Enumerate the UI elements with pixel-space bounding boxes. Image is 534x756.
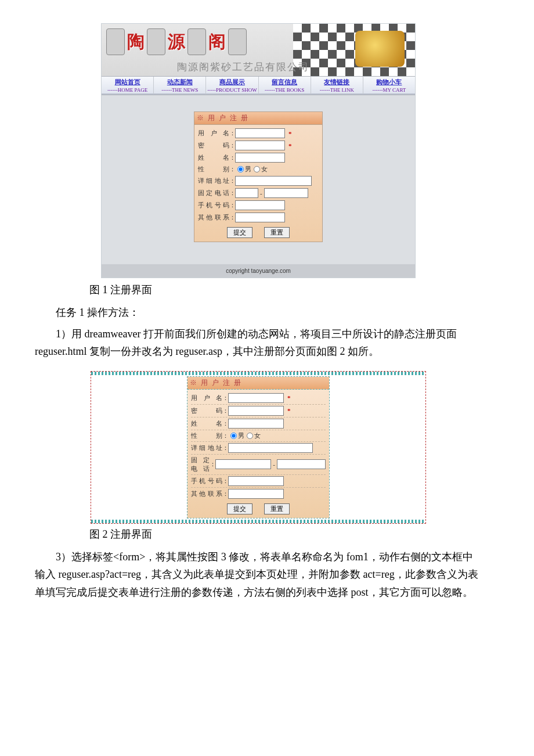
submit-button[interactable]: 提交 — [227, 503, 252, 514]
nav-news[interactable]: 动态新闻 ------THE NEWS — [154, 77, 206, 95]
tel-area-input[interactable] — [215, 459, 271, 469]
gender-male-radio[interactable] — [237, 166, 244, 172]
dw-slice-bottom — [91, 520, 425, 523]
gender-female-label: 女 — [261, 165, 268, 174]
logo-statue-icon — [187, 28, 206, 55]
tel-separator: - — [260, 190, 262, 197]
other-label: 其他联系 — [198, 213, 229, 222]
nav-products-label: 商品展示 — [206, 78, 258, 87]
required-mark: * — [288, 130, 292, 137]
site-logo: 陶 源 阁 — [106, 28, 247, 55]
site-body: ※ 用 户 注 册 用 户 名： * 密 码： * 姓 名： — [102, 95, 415, 264]
task-1-heading: 任务 1 操作方法： — [35, 304, 482, 322]
figure-2-caption: 图 2 注册界面 — [89, 527, 482, 541]
tel-separator: - — [273, 461, 275, 468]
password-input[interactable] — [235, 141, 285, 150]
username-input[interactable] — [228, 393, 284, 403]
username-label: 用 户 名 — [198, 129, 229, 138]
gender-label: 性 别 — [191, 431, 222, 440]
nav-links-sub: ------THE LINK — [311, 87, 363, 93]
username-input[interactable] — [235, 128, 285, 138]
tel-label: 固定电话 — [191, 456, 210, 473]
logo-vase-icon — [147, 28, 165, 55]
nav-links-label: 友情链接 — [311, 78, 363, 87]
name-input[interactable] — [228, 419, 284, 429]
figure-1-screenshot: 陶 源 阁 陶源阁紫砂工艺品有限公司 网站首页 ------HOME PAGE … — [101, 23, 416, 278]
other-input[interactable] — [235, 213, 285, 222]
nav-products-sub: -----PRODUCT SHOW — [206, 87, 258, 93]
name-input[interactable] — [235, 153, 285, 163]
nav-news-label: 动态新闻 — [154, 78, 205, 87]
password-label: 密 码 — [191, 406, 222, 415]
nav-home[interactable]: 网站首页 ------HOME PAGE — [102, 77, 154, 95]
address-label: 详细地址 — [191, 444, 222, 452]
gender-label: 性 别 — [198, 165, 229, 174]
nav-links[interactable]: 友情链接 ------THE LINK — [311, 77, 363, 95]
mobile-label: 手机号码 — [198, 201, 229, 210]
nav-guestbook-label: 留言信息 — [259, 78, 311, 87]
register-form-dw: ※ 用 户 注 册 用户名： * 密 码： * 姓 名： 性 别： 男 — [187, 376, 330, 519]
logo-char-1: 陶 — [127, 30, 145, 54]
password-input[interactable] — [228, 406, 284, 416]
site-subtitle: 陶源阁紫砂工艺品有限公司 — [177, 60, 309, 74]
nav-guestbook[interactable]: 留言信息 ------THE BOOKS — [259, 77, 311, 95]
form-legend: ※ 用 户 注 册 — [187, 377, 329, 390]
gender-male-label: 男 — [245, 165, 251, 174]
mobile-input[interactable] — [235, 200, 285, 210]
logo-char-2: 源 — [168, 30, 185, 54]
gender-male-label: 男 — [238, 431, 244, 440]
submit-button[interactable]: 提交 — [227, 227, 252, 238]
nav-news-sub: ------THE NEWS — [154, 87, 205, 93]
tel-number-input[interactable] — [264, 188, 308, 198]
required-mark: * — [288, 142, 292, 149]
username-label: 用户名 — [191, 394, 222, 402]
nav-cart-label: 购物小车 — [363, 78, 415, 87]
reset-button[interactable]: 重置 — [264, 227, 290, 238]
nav-guestbook-sub: ------THE BOOKS — [259, 87, 311, 93]
name-label: 姓 名 — [191, 419, 222, 428]
address-input[interactable] — [235, 176, 312, 186]
tel-label: 固定电话 — [198, 189, 229, 197]
nav-home-label: 网站首页 — [102, 78, 153, 87]
gender-female-radio[interactable] — [247, 433, 253, 439]
gender-male-radio[interactable] — [230, 433, 237, 439]
name-label: 姓 名 — [198, 153, 229, 162]
dw-slice-top — [91, 372, 425, 375]
mobile-label: 手机号码 — [191, 477, 222, 485]
paragraph-3: 3）选择标签<form>，将其属性按图 3 修改，将表单名称命名为 fom1，动… — [35, 548, 482, 602]
required-mark: * — [287, 407, 291, 414]
banner-gold-figurines — [355, 31, 405, 67]
other-label: 其他联系 — [191, 489, 222, 498]
figure-2-screenshot: ※ 用 户 注 册 用户名： * 密 码： * 姓 名： 性 别： 男 — [91, 371, 426, 524]
nav-home-sub: ------HOME PAGE — [102, 87, 153, 93]
nav-cart-sub: ------MY CART — [363, 87, 415, 93]
required-mark: * — [287, 394, 291, 401]
register-form: ※ 用 户 注 册 用 户 名： * 密 码： * 姓 名： — [194, 111, 323, 242]
tel-area-input[interactable] — [235, 188, 258, 198]
main-nav: 网站首页 ------HOME PAGE 动态新闻 ------THE NEWS… — [102, 76, 415, 95]
figure-1-caption: 图 1 注册界面 — [89, 283, 482, 297]
form-legend: ※ 用 户 注 册 — [194, 112, 322, 125]
tel-number-input[interactable] — [277, 459, 326, 469]
gender-female-radio[interactable] — [254, 166, 260, 172]
password-label: 密 码 — [198, 141, 229, 150]
logo-char-3: 阁 — [208, 30, 226, 54]
paragraph-1: 1）用 dreamweaver 打开前面我们所创建的动态网站，将项目三中所设计的… — [35, 325, 482, 361]
address-label: 详细地址 — [198, 177, 229, 185]
other-input[interactable] — [228, 489, 284, 499]
mobile-input[interactable] — [228, 476, 284, 486]
address-input[interactable] — [228, 443, 313, 453]
site-footer: copyright taoyuange.com — [102, 264, 415, 278]
reset-button[interactable]: 重置 — [264, 503, 290, 514]
site-banner: 陶 源 阁 陶源阁紫砂工艺品有限公司 — [102, 24, 415, 76]
nav-products[interactable]: 商品展示 -----PRODUCT SHOW — [206, 77, 258, 95]
logo-teapot-icon — [228, 28, 247, 55]
gender-female-label: 女 — [254, 431, 261, 440]
nav-cart[interactable]: 购物小车 ------MY CART — [363, 77, 415, 95]
logo-figurine-1 — [106, 28, 125, 55]
